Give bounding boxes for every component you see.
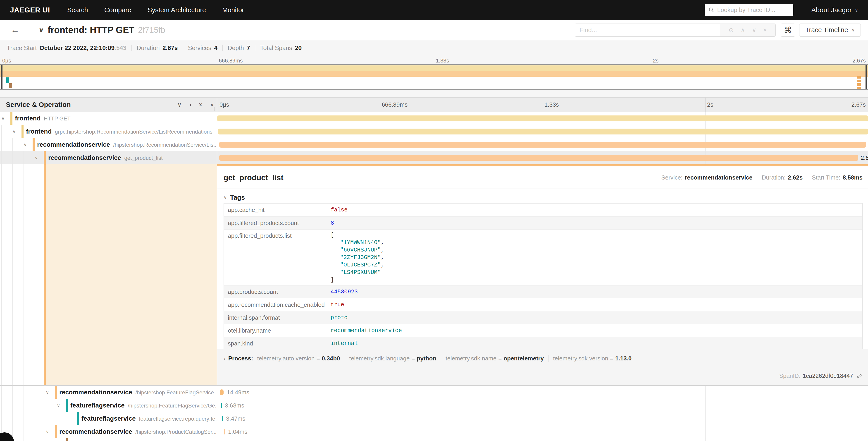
app-logo[interactable]: JAEGER UI bbox=[10, 6, 50, 14]
tag-row[interactable]: app.products.count44530923 bbox=[224, 285, 862, 298]
trace-view-label: Trace Timeline bbox=[805, 26, 848, 34]
span-duration-bar[interactable] bbox=[222, 416, 223, 421]
column-resizer-handle[interactable] bbox=[213, 107, 215, 111]
process-tag-key: telemetry.sdk.version bbox=[553, 355, 608, 362]
nav-item-system-architecture[interactable]: System Architecture bbox=[148, 6, 206, 14]
tag-key: otel.library.name bbox=[224, 327, 331, 334]
top-nav: JAEGER UI SearchCompareSystem Architectu… bbox=[0, 0, 868, 20]
trace-view-select[interactable]: Trace Timeline ∨ bbox=[799, 24, 861, 37]
minimap-span-bar bbox=[0, 71, 868, 77]
span-expand-chevron-icon[interactable]: ∨ bbox=[12, 129, 16, 134]
minimap-left-handle[interactable] bbox=[1, 65, 2, 89]
trace-summary-bar: Trace StartOctober 22 2022, 22:10:09.543… bbox=[0, 40, 868, 56]
tag-row[interactable]: app.cache_hitfalse bbox=[224, 204, 862, 216]
minimap-right-handle[interactable] bbox=[866, 65, 867, 89]
nav-item-monitor[interactable]: Monitor bbox=[222, 6, 244, 14]
span-row[interactable]: ∨frontendHTTP GET bbox=[0, 112, 868, 125]
span-expand-chevron-icon[interactable]: ∨ bbox=[46, 429, 49, 435]
minimap-span-dash bbox=[857, 83, 861, 86]
tag-value: true bbox=[331, 301, 344, 308]
tag-key: span.kind bbox=[224, 340, 331, 347]
tag-value: proto bbox=[331, 314, 347, 321]
timeline-header: Service & Operation ∨›»» 0μs666.89ms1.33… bbox=[0, 97, 868, 112]
span-duration-label: 14.49ms bbox=[227, 389, 249, 396]
tag-row[interactable]: span.kindinternal bbox=[224, 337, 862, 350]
span-expand-chevron-icon[interactable]: ∨ bbox=[46, 390, 49, 395]
summary-depth: Depth7 bbox=[228, 45, 250, 52]
trace-lookup-box bbox=[705, 4, 793, 16]
trace-title-bar: ← ∨ frontend: HTTP GET 2f715fb ⊙∧∨× ⌘ Tr… bbox=[0, 20, 868, 40]
jaeger-trace-page: JAEGER UI SearchCompareSystem Architectu… bbox=[0, 0, 868, 441]
span-detail-header: get_product_list Service:recommendations… bbox=[217, 164, 868, 189]
span-expand-chevron-icon[interactable]: ∨ bbox=[24, 142, 27, 147]
span-duration-bar[interactable] bbox=[219, 155, 858, 161]
span-row[interactable]: ∨featureflagservice/hipstershop.FeatureF… bbox=[0, 399, 868, 412]
span-duration-bar[interactable] bbox=[217, 115, 868, 121]
nav-item-compare[interactable]: Compare bbox=[104, 6, 131, 14]
span-row[interactable]: ∨recommendationservice/hipstershop.Produ… bbox=[0, 425, 868, 438]
span-row[interactable]: featureflagservicefeatureflagservice.rep… bbox=[0, 412, 868, 425]
tag-row[interactable]: app.filtered_products.list["1YMWWN1N4O",… bbox=[224, 229, 862, 285]
process-row[interactable]: › Process: telemetry.auto.version=0.34b0… bbox=[223, 355, 631, 362]
expand-all-icon[interactable]: › bbox=[189, 101, 191, 108]
process-tag-key: telemetry.sdk.language bbox=[349, 355, 410, 362]
span-expand-chevron-icon[interactable]: ∨ bbox=[57, 403, 60, 408]
process-tag-value: 0.34b0 bbox=[322, 355, 340, 362]
tag-row[interactable]: app.recommendation.cache_enabledtrue bbox=[224, 298, 862, 311]
about-jaeger-menu[interactable]: About Jaeger ∨ bbox=[811, 6, 858, 14]
span-detail-meta: Service:recommendationserviceDuration:2.… bbox=[661, 174, 863, 181]
operation-name: /hipstershop.FeatureFlagService/Ge... bbox=[128, 403, 217, 409]
back-button[interactable]: ← bbox=[0, 20, 30, 40]
clear-find-icon[interactable]: × bbox=[763, 27, 767, 33]
minimap-canvas[interactable] bbox=[0, 64, 868, 90]
tag-row[interactable]: internal.span.formatproto bbox=[224, 311, 862, 324]
span-detail-row: get_product_list Service:recommendations… bbox=[0, 164, 868, 386]
service-color-bar bbox=[22, 125, 24, 138]
span-operation-title: get_product_list bbox=[223, 173, 661, 182]
operation-name: HTTP GET bbox=[44, 115, 71, 122]
minimap-tick-labels: 0μs666.89ms1.33s2s2.67s bbox=[0, 56, 868, 64]
next-match-icon[interactable]: ∨ bbox=[752, 27, 756, 34]
service-name: frontend bbox=[26, 128, 52, 135]
span-duration-label: 2.62s bbox=[861, 154, 868, 161]
tags-section-toggle[interactable]: ∨ Tags bbox=[223, 193, 863, 202]
span-duration-bar[interactable] bbox=[220, 389, 223, 395]
nav-item-search[interactable]: Search bbox=[67, 6, 88, 14]
span-row[interactable] bbox=[0, 438, 868, 441]
find-input[interactable] bbox=[575, 24, 720, 36]
span-row[interactable]: ∨frontendgrpc.hipstershop.Recommendation… bbox=[0, 125, 868, 138]
span-duration-bar[interactable] bbox=[224, 429, 225, 435]
summary-services: Services4 bbox=[188, 45, 217, 52]
deep-link-icon[interactable] bbox=[856, 373, 863, 379]
tick-label: 2s bbox=[653, 58, 658, 64]
span-detail-indent-column bbox=[0, 164, 217, 385]
summary-trace-start: Trace StartOctober 22 2022, 22:10:09.543 bbox=[7, 45, 126, 52]
focus-match-icon[interactable]: ⊙ bbox=[728, 27, 734, 34]
service-name: recommendationservice bbox=[59, 389, 132, 396]
span-row[interactable]: ∨recommendationservice/hipstershop.Featu… bbox=[0, 386, 868, 399]
span-row[interactable]: ∨recommendationserviceget_product_list2.… bbox=[0, 151, 868, 164]
collapse-one-icon[interactable]: » bbox=[198, 103, 204, 106]
detail-meta-value: 2.62s bbox=[788, 174, 803, 181]
span-expand-chevron-icon[interactable]: ∨ bbox=[1, 116, 5, 121]
service-color-bar bbox=[44, 151, 46, 164]
process-tag-value: opentelemetry bbox=[503, 355, 544, 362]
span-row[interactable]: ∨recommendationservice/hipstershop.Recom… bbox=[0, 138, 868, 151]
keyboard-shortcuts-button[interactable]: ⌘ bbox=[781, 24, 795, 37]
span-duration-bar[interactable] bbox=[218, 128, 868, 135]
summary-total-spans: Total Spans20 bbox=[260, 45, 302, 52]
span-duration-bar[interactable] bbox=[221, 403, 222, 408]
collapse-trace-chevron-icon[interactable]: ∨ bbox=[38, 26, 44, 34]
span-detail-panel: get_product_list Service:recommendations… bbox=[217, 164, 868, 385]
collapse-all-icon[interactable]: ∨ bbox=[177, 101, 182, 108]
trace-lookup-input[interactable] bbox=[717, 6, 790, 13]
operation-name: featureflagservice.repo.query:fe... bbox=[139, 416, 217, 422]
tag-row[interactable]: otel.library.namerecommendationservice bbox=[224, 324, 862, 337]
expand-one-icon[interactable]: » bbox=[210, 101, 214, 108]
tag-row[interactable]: app.filtered_products.count8 bbox=[224, 216, 862, 229]
tick-label: 2s bbox=[707, 101, 713, 108]
tag-key: app.cache_hit bbox=[224, 206, 331, 213]
span-expand-chevron-icon[interactable]: ∨ bbox=[35, 155, 38, 160]
prev-match-icon[interactable]: ∧ bbox=[741, 27, 745, 34]
span-duration-bar[interactable] bbox=[219, 142, 866, 148]
